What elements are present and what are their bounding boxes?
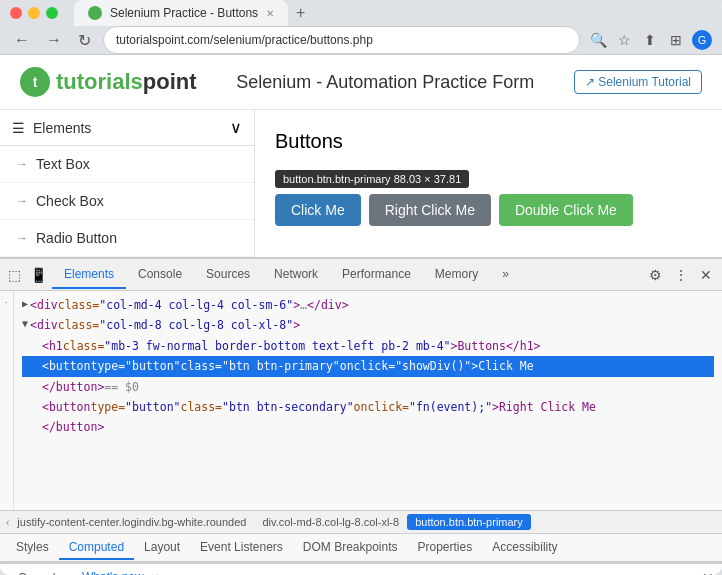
logo-icon: t: [20, 67, 50, 97]
breadcrumb-item[interactable]: justify-content-center.logindiv.bg-white…: [9, 514, 254, 530]
toolbar-icons: 🔍 ☆ ⬆ ⊞ G: [588, 30, 712, 50]
reload-button[interactable]: ↻: [74, 27, 95, 54]
sidebar-item-checkbox[interactable]: → Check Box: [0, 183, 254, 220]
html-line: <h1 class="mb-3 fw-normal border-bottom …: [22, 336, 714, 356]
devtools-panel: ⬚ 📱 Elements Console Sources Network Per…: [0, 257, 722, 562]
html-line: ▼ <div class="col-md-8 col-lg-8 col-xl-8…: [22, 315, 714, 335]
inspect-icon[interactable]: ⬚: [4, 265, 24, 285]
hamburger-icon: ☰: [12, 120, 25, 136]
close-button[interactable]: [10, 7, 22, 19]
tab-console-bottom[interactable]: Console: [8, 567, 72, 576]
forward-button[interactable]: →: [42, 27, 66, 53]
html-line: </button> == $0: [22, 377, 714, 397]
sidebar-item-radiobutton[interactable]: → Radio Button: [0, 220, 254, 257]
maximize-button[interactable]: [46, 7, 58, 19]
right-content: Buttons button.btn.btn-primary 88.03 × 3…: [255, 110, 722, 257]
html-line: <button type="button" class="btn btn-sec…: [22, 397, 714, 417]
address-bar: ← → ↻ tutorialspoint.com/selenium/practi…: [0, 26, 722, 54]
arrow-icon: →: [16, 231, 28, 245]
tab-bar: Selenium Practice - Buttons ✕ +: [74, 0, 712, 26]
tooltip-box: button.btn.btn-primary 88.03 × 37.81: [275, 170, 469, 188]
html-line-selected[interactable]: <button type="button" class="btn btn-pri…: [22, 356, 714, 376]
elements-panel: · ▶ <div class="col-md-4 col-lg-4 col-sm…: [0, 291, 722, 562]
main-split: ☰ Elements ∨ → Text Box → Check Box → Ra…: [0, 110, 722, 257]
settings-icon[interactable]: ⚙: [643, 263, 668, 287]
tab-dom-breakpoints[interactable]: DOM Breakpoints: [293, 536, 408, 560]
breadcrumb-item-active[interactable]: button.btn.btn-primary: [407, 514, 531, 530]
page-content: t tutorialspoint Selenium - Automation P…: [0, 54, 722, 575]
page-title: Selenium - Automation Practice Form: [236, 72, 534, 93]
logo-area: t tutorialspoint: [20, 67, 197, 97]
click-me-button[interactable]: Click Me: [275, 194, 361, 226]
breadcrumb-item[interactable]: div.col-md-8.col-lg-8.col-xl-8: [254, 514, 407, 530]
html-line: </button>: [22, 417, 714, 437]
sidebar-item-textbox[interactable]: → Text Box: [0, 146, 254, 183]
tab-title: Selenium Practice - Buttons: [110, 6, 258, 20]
browser-window: Selenium Practice - Buttons ✕ + ← → ↻ tu…: [0, 0, 722, 575]
sidebar: ☰ Elements ∨ → Text Box → Check Box → Ra…: [0, 110, 255, 257]
left-gutter: ·: [0, 291, 14, 510]
tab-elements[interactable]: Elements: [52, 261, 126, 289]
close-console-button[interactable]: ✕: [702, 570, 714, 576]
sidebar-title: ☰ Elements: [12, 120, 91, 136]
selenium-tutorial-link[interactable]: ↗ Selenium Tutorial: [574, 70, 702, 94]
tab-properties[interactable]: Properties: [408, 536, 483, 560]
tab-performance[interactable]: Performance: [330, 261, 423, 289]
profile-icon[interactable]: G: [692, 30, 712, 50]
styles-tabs: Styles Computed Layout Event Listeners D…: [0, 534, 722, 562]
tab-whats-new[interactable]: What's new ✕: [72, 566, 169, 576]
tab-close-icon[interactable]: ✕: [266, 8, 274, 19]
console-tabs: Console What's new ✕ ✕: [0, 564, 722, 575]
new-tab-button[interactable]: +: [288, 2, 313, 24]
tab-styles[interactable]: Styles: [6, 536, 59, 560]
tab-computed[interactable]: Computed: [59, 536, 134, 560]
sidebar-header: ☰ Elements ∨: [0, 110, 254, 146]
bottom-bar: Console What's new ✕ ✕ ℹ Highlights from…: [0, 562, 722, 575]
close-devtools-icon[interactable]: ✕: [694, 263, 718, 287]
device-icon[interactable]: 📱: [28, 265, 48, 285]
double-click-me-button[interactable]: Double Click Me: [499, 194, 633, 226]
site-header: t tutorialspoint Selenium - Automation P…: [0, 55, 722, 110]
collapse-icon[interactable]: ▼: [22, 316, 28, 332]
tab-network[interactable]: Network: [262, 261, 330, 289]
chevron-down-icon[interactable]: ∨: [230, 118, 242, 137]
tab-more[interactable]: »: [490, 261, 521, 289]
html-line: ▶ <div class="col-md-4 col-lg-4 col-sm-6…: [22, 295, 714, 315]
search-icon[interactable]: 🔍: [588, 30, 608, 50]
sidebar-label: Radio Button: [36, 230, 117, 246]
share-icon[interactable]: ⬆: [640, 30, 660, 50]
tab-sources[interactable]: Sources: [194, 261, 262, 289]
tab-favicon: [88, 6, 102, 20]
arrow-icon: →: [16, 194, 28, 208]
sidebar-label: Check Box: [36, 193, 104, 209]
url-bar[interactable]: tutorialspoint.com/selenium/practice/but…: [103, 26, 580, 54]
tab-accessibility[interactable]: Accessibility: [482, 536, 567, 560]
arrow-icon: →: [16, 157, 28, 171]
logo-text: tutorialspoint: [56, 69, 197, 95]
devtools-tabs: ⬚ 📱 Elements Console Sources Network Per…: [0, 259, 722, 291]
sidebar-label: Text Box: [36, 156, 90, 172]
tab-event-listeners[interactable]: Event Listeners: [190, 536, 293, 560]
extensions-icon[interactable]: ⊞: [666, 30, 686, 50]
traffic-lights: [10, 7, 58, 19]
url-text: tutorialspoint.com/selenium/practice/but…: [116, 33, 373, 47]
minimize-button[interactable]: [28, 7, 40, 19]
right-click-me-button[interactable]: Right Click Me: [369, 194, 491, 226]
button-row: Click Me Right Click Me Double Click Me: [275, 194, 702, 226]
browser-tab[interactable]: Selenium Practice - Buttons ✕: [74, 0, 288, 26]
html-code: ▶ <div class="col-md-4 col-lg-4 col-sm-6…: [14, 291, 722, 510]
gutter-marker: ·: [0, 295, 14, 309]
tab-console[interactable]: Console: [126, 261, 194, 289]
star-icon[interactable]: ☆: [614, 30, 634, 50]
more-options-icon[interactable]: ⋮: [668, 263, 694, 287]
title-bar: Selenium Practice - Buttons ✕ +: [0, 0, 722, 26]
back-button[interactable]: ←: [10, 27, 34, 53]
tab-layout[interactable]: Layout: [134, 536, 190, 560]
breadcrumb-bar: ‹ justify-content-center.logindiv.bg-whi…: [0, 510, 722, 534]
tab-memory[interactable]: Memory: [423, 261, 490, 289]
section-title: Buttons: [275, 130, 702, 153]
whats-new-close-icon[interactable]: ✕: [151, 572, 159, 576]
expand-icon[interactable]: ▶: [22, 296, 28, 312]
